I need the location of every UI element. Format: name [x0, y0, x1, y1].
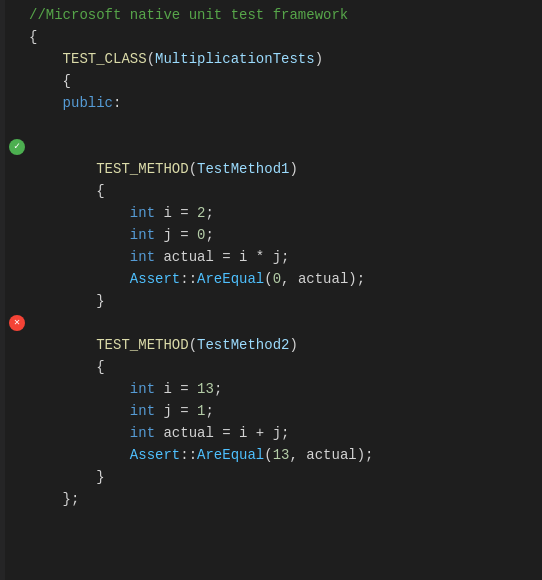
- code-editor: //Microsoft native unit test framework {…: [0, 0, 542, 580]
- line-17: {: [5, 356, 542, 378]
- comment-text: //Microsoft native unit test framework: [29, 7, 348, 23]
- line-20: int actual = i + j;: [5, 422, 542, 444]
- method2-name: TestMethod2: [197, 337, 289, 353]
- test-method2-macro: TEST_METHOD: [96, 337, 188, 353]
- content-9: {: [29, 180, 542, 202]
- brace-m2-open: {: [96, 359, 104, 375]
- test-method1-macro: TEST_METHOD: [96, 161, 188, 177]
- line-5: public:: [5, 92, 542, 114]
- line-12: int actual = i * j;: [5, 246, 542, 268]
- line-15: ✕: [5, 312, 542, 334]
- content-20: int actual = i + j;: [29, 422, 542, 444]
- line-6: [5, 114, 542, 136]
- content-5: public:: [29, 92, 542, 114]
- content-13: Assert::AreEqual(0, actual);: [29, 268, 542, 290]
- line-1: //Microsoft native unit test framework: [5, 4, 542, 26]
- content-11: int j = 0;: [29, 224, 542, 246]
- content-18: int i = 13;: [29, 378, 542, 400]
- content-21: Assert::AreEqual(13, actual);: [29, 444, 542, 466]
- brace-open-2: {: [63, 73, 71, 89]
- line-13: Assert::AreEqual(0, actual);: [5, 268, 542, 290]
- assert-2: Assert: [130, 447, 180, 463]
- test-class-macro: TEST_CLASS: [63, 51, 147, 67]
- content-7: [29, 136, 542, 158]
- content-10: int i = 2;: [29, 202, 542, 224]
- class-name: MultiplicationTests: [155, 51, 315, 67]
- method1-name: TestMethod1: [197, 161, 289, 177]
- line-18: int i = 13;: [5, 378, 542, 400]
- content-1: //Microsoft native unit test framework: [29, 4, 542, 26]
- brace-m1-open: {: [96, 183, 104, 199]
- content-17: {: [29, 356, 542, 378]
- line-10: int i = 2;: [5, 202, 542, 224]
- line-19: int j = 1;: [5, 400, 542, 422]
- brace-m2-close: }: [96, 469, 104, 485]
- line-8: TEST_METHOD(TestMethod1): [5, 158, 542, 180]
- code-content: //Microsoft native unit test framework {…: [5, 0, 542, 580]
- keyword-public: public: [63, 95, 113, 111]
- assert-val-0: 0: [273, 271, 281, 287]
- content-4: {: [29, 70, 542, 92]
- line-3: TEST_CLASS(MultiplicationTests): [5, 48, 542, 70]
- content-14: }: [29, 290, 542, 312]
- content-23: };: [29, 488, 542, 510]
- content-8: TEST_METHOD(TestMethod1): [29, 158, 542, 180]
- are-equal-1: AreEqual: [197, 271, 264, 287]
- keyword-int-4: int: [130, 381, 155, 397]
- content-12: int actual = i * j;: [29, 246, 542, 268]
- line-23: };: [5, 488, 542, 510]
- assert-val-13: 13: [273, 447, 290, 463]
- red-x-icon: ✕: [9, 315, 25, 331]
- line-2: {: [5, 26, 542, 48]
- content-3: TEST_CLASS(MultiplicationTests): [29, 48, 542, 70]
- keyword-int-6: int: [130, 425, 155, 441]
- line-21: Assert::AreEqual(13, actual);: [5, 444, 542, 466]
- keyword-int-2: int: [130, 227, 155, 243]
- line-16: TEST_METHOD(TestMethod2): [5, 334, 542, 356]
- brace-class-close: };: [63, 491, 80, 507]
- content-16: TEST_METHOD(TestMethod2): [29, 334, 542, 356]
- badge-15: ✕: [5, 315, 29, 331]
- line-11: int j = 0;: [5, 224, 542, 246]
- line-7: ✓: [5, 136, 542, 158]
- assert-1: Assert: [130, 271, 180, 287]
- line-22: }: [5, 466, 542, 488]
- brace-open-1: {: [29, 29, 37, 45]
- line-4: {: [5, 70, 542, 92]
- are-equal-2: AreEqual: [197, 447, 264, 463]
- line-9: {: [5, 180, 542, 202]
- keyword-int-3: int: [130, 249, 155, 265]
- content-22: }: [29, 466, 542, 488]
- content-19: int j = 1;: [29, 400, 542, 422]
- content-15: [29, 312, 542, 334]
- brace-m1-close: }: [96, 293, 104, 309]
- keyword-int-1: int: [130, 205, 155, 221]
- keyword-int-5: int: [130, 403, 155, 419]
- line-14: }: [5, 290, 542, 312]
- green-check-icon: ✓: [9, 139, 25, 155]
- badge-7: ✓: [5, 139, 29, 155]
- number-13: 13: [197, 381, 214, 397]
- content-2: {: [29, 26, 542, 48]
- content-6: [29, 114, 542, 136]
